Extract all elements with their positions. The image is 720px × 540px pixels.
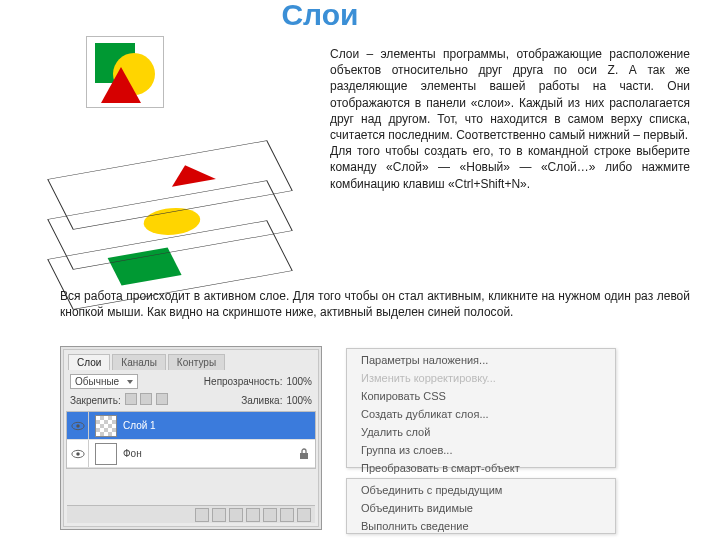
lock-pixels-icon[interactable] bbox=[125, 393, 137, 405]
shapes-composite bbox=[86, 36, 164, 108]
intro-paragraph: Слои – элементы программы, отображающие … bbox=[330, 46, 690, 192]
lock-all-icon[interactable] bbox=[156, 393, 168, 405]
menu-item-delete-layer[interactable]: Удалить слой bbox=[347, 423, 615, 441]
menu-item-merge-down[interactable]: Объединить с предыдущим bbox=[347, 481, 615, 499]
red-triangle-icon bbox=[163, 161, 216, 186]
layer-row[interactable]: Слой 1 bbox=[67, 412, 315, 440]
red-triangle-icon bbox=[101, 67, 141, 103]
lock-label: Закрепить: bbox=[70, 395, 121, 406]
menu-item-group-from-layers[interactable]: Группа из слоев... bbox=[347, 441, 615, 459]
panel-footer bbox=[67, 505, 315, 523]
menu-item-edit-adjustment: Изменить корректировку... bbox=[347, 369, 615, 387]
mask-icon[interactable] bbox=[229, 508, 243, 522]
opacity-value: 100% bbox=[286, 376, 312, 387]
layers-panel: Слои Каналы Контуры Обычные Непрозрачнос… bbox=[60, 346, 322, 530]
layer-thumbnail bbox=[95, 415, 117, 437]
group-icon[interactable] bbox=[263, 508, 277, 522]
menu-item-duplicate-layer[interactable]: Создать дубликат слоя... bbox=[347, 405, 615, 423]
fx-icon[interactable] bbox=[212, 508, 226, 522]
fill-label: Заливка: bbox=[241, 395, 282, 406]
trash-icon[interactable] bbox=[297, 508, 311, 522]
link-layers-icon[interactable] bbox=[195, 508, 209, 522]
svg-rect-4 bbox=[300, 453, 308, 459]
opacity-control[interactable]: Непрозрачность: 100% bbox=[204, 376, 312, 387]
tab-layers[interactable]: Слои bbox=[68, 354, 110, 370]
active-layer-paragraph: Вся работа происходит в активном слое. Д… bbox=[60, 288, 690, 320]
menu-item-blending-options[interactable]: Параметры наложения... bbox=[347, 351, 615, 369]
visibility-toggle[interactable] bbox=[67, 412, 89, 439]
eye-icon bbox=[71, 449, 85, 459]
new-layer-icon[interactable] bbox=[280, 508, 294, 522]
menu-item-merge-visible[interactable]: Объединить видимые bbox=[347, 499, 615, 517]
svg-point-1 bbox=[76, 424, 80, 428]
menu-item-convert-smart-object[interactable]: Преобразовать в смарт-объект bbox=[347, 459, 615, 477]
lock-icons-group bbox=[125, 393, 170, 407]
fill-value: 100% bbox=[286, 395, 312, 406]
panel-tabs: Слои Каналы Контуры bbox=[68, 354, 314, 370]
eye-icon bbox=[71, 421, 85, 431]
layer-context-menu-top: Параметры наложения... Изменить корректи… bbox=[346, 348, 616, 468]
layer-name: Слой 1 bbox=[123, 420, 156, 431]
lock-position-icon[interactable] bbox=[140, 393, 152, 405]
lock-icon bbox=[299, 448, 309, 460]
menu-item-flatten-image[interactable]: Выполнить сведение bbox=[347, 517, 615, 535]
layer-thumbnail bbox=[95, 443, 117, 465]
layer-row[interactable]: Фон bbox=[67, 440, 315, 468]
layer-list: Слой 1 Фон bbox=[66, 411, 316, 469]
tab-channels[interactable]: Каналы bbox=[112, 354, 166, 370]
tab-paths[interactable]: Контуры bbox=[168, 354, 225, 370]
opacity-label: Непрозрачность: bbox=[204, 376, 283, 387]
layer-name: Фон bbox=[123, 448, 142, 459]
svg-point-3 bbox=[76, 452, 80, 456]
page-title: Слои bbox=[280, 0, 360, 30]
adjustment-icon[interactable] bbox=[246, 508, 260, 522]
visibility-toggle[interactable] bbox=[67, 440, 89, 467]
layers-stack-illustration bbox=[60, 130, 310, 290]
blend-mode-select[interactable]: Обычные bbox=[70, 374, 138, 389]
menu-item-copy-css[interactable]: Копировать CSS bbox=[347, 387, 615, 405]
layer-context-menu-bottom: Объединить с предыдущим Объединить видим… bbox=[346, 478, 616, 534]
